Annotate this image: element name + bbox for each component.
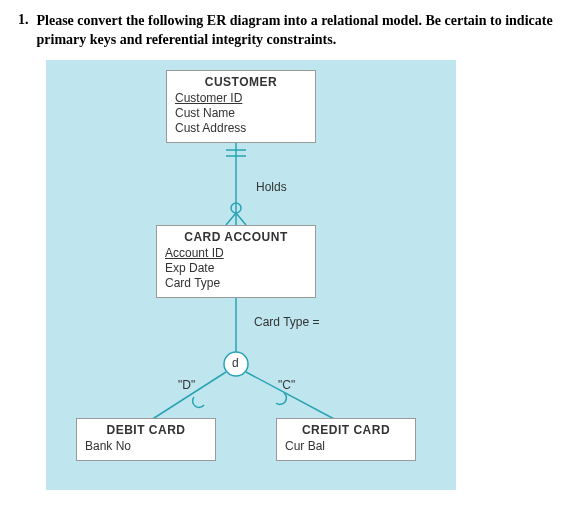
entity-debit-card-title: DEBIT CARD [85,423,207,437]
entity-card-account-attr-1: Card Type [165,276,307,291]
entity-debit-card: DEBIT CARD Bank No [76,418,216,461]
entity-customer-attr-1: Cust Address [175,121,307,136]
disjoint-right-label: "C" [278,378,295,392]
entity-customer-title: CUSTOMER [175,75,307,89]
question-number: 1. [18,12,29,50]
entity-card-account-pk: Account ID [165,246,307,261]
question-header: 1. Please convert the following ER diagr… [18,12,554,50]
svg-line-4 [226,213,236,225]
entity-customer-attr-0: Cust Name [175,106,307,121]
entity-customer: CUSTOMER Customer ID Cust Name Cust Addr… [166,70,316,143]
entity-card-account: CARD ACCOUNT Account ID Exp Date Card Ty… [156,225,316,298]
entity-credit-card: CREDIT CARD Cur Bal [276,418,416,461]
question-text: Please convert the following ER diagram … [37,12,555,50]
entity-credit-card-attr-0: Cur Bal [285,439,407,454]
discriminator-label: Card Type = [254,315,319,329]
svg-line-5 [236,213,246,225]
relationship-label: Holds [256,180,287,194]
entity-card-account-attr-0: Exp Date [165,261,307,276]
entity-customer-pk: Customer ID [175,91,307,106]
entity-credit-card-title: CREDIT CARD [285,423,407,437]
svg-point-3 [231,203,241,213]
disjoint-symbol: d [232,356,239,370]
entity-card-account-title: CARD ACCOUNT [165,230,307,244]
er-diagram-canvas: CUSTOMER Customer ID Cust Name Cust Addr… [46,60,456,490]
disjoint-left-label: "D" [178,378,195,392]
entity-debit-card-attr-0: Bank No [85,439,207,454]
